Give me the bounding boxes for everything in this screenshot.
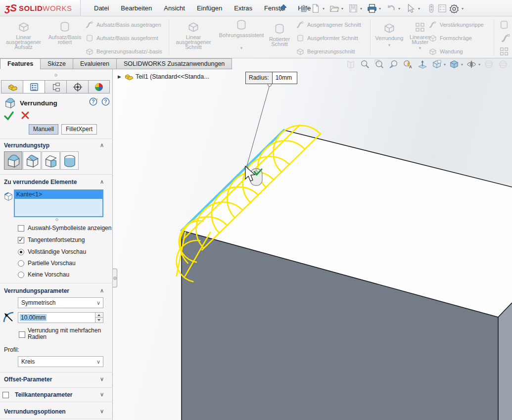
pin-icon[interactable] <box>279 3 287 12</box>
zoom-selection-icon[interactable] <box>403 59 414 69</box>
fillet-type-face-button[interactable] <box>42 151 60 170</box>
partial-preview-radio[interactable] <box>18 260 24 267</box>
apply-scene-icon[interactable] <box>498 59 509 69</box>
mirror-icon[interactable] <box>499 46 510 57</box>
selection-toolbar-checkbox[interactable] <box>18 225 24 232</box>
graphics-viewport[interactable] <box>113 58 512 420</box>
expand-chevron-icon[interactable]: ∨ <box>100 376 104 382</box>
fillet-type-full-round-button[interactable] <box>60 151 79 170</box>
fillet-parameters-header[interactable]: Verrundungsparameter <box>4 287 69 294</box>
edge-selection-listbox[interactable]: Kante<1> <box>14 189 103 217</box>
view-orientation-dropdown[interactable]: ▾ <box>444 62 446 67</box>
ribbon-extruded-boss-button[interactable]: Linear ausgetragener Aufsatz <box>0 20 47 49</box>
tab-propertymanager[interactable] <box>23 80 45 93</box>
fillet-options-header[interactable]: Verrundungsoptionen <box>4 408 66 415</box>
cancel-button[interactable] <box>21 111 30 120</box>
display-style-dropdown[interactable]: ▾ <box>461 62 463 67</box>
ribbon-revolved-cut-button[interactable]: Rotierter Schnitt <box>262 22 297 47</box>
no-preview-radio[interactable] <box>18 272 24 278</box>
full-preview-label[interactable]: Vollständige Vorschau <box>28 248 86 255</box>
tree-item-label[interactable]: Teil1 (Standard<<Standa... <box>136 73 209 80</box>
options-gear-icon[interactable] <box>449 3 459 13</box>
radius-value-selected[interactable]: 10.00mm <box>20 314 47 321</box>
open-file-dropdown[interactable]: ▾ <box>341 6 343 11</box>
home-icon[interactable] <box>299 3 309 13</box>
radius-callout-value[interactable]: 10mm <box>273 72 297 84</box>
ribbon-swept-cut-button[interactable]: Ausgetragener Schnitt <box>296 19 361 30</box>
tab-zusatzanwendungen[interactable]: SOLIDWORKS Zusatzanwendungen <box>116 58 232 69</box>
tab-dimxpertmanager[interactable] <box>66 80 88 93</box>
listbox-resize-dot[interactable] <box>55 218 58 221</box>
tangent-propagation-label[interactable]: Tangentenfortsetzung <box>28 236 85 243</box>
panel-collapse-handle[interactable] <box>113 269 117 287</box>
zoom-fit-icon[interactable] <box>360 59 371 69</box>
filletxpert-mode-button[interactable]: FilletXpert <box>61 124 97 135</box>
manual-mode-button[interactable]: Manuell <box>29 124 58 135</box>
feature-tree-flyout[interactable]: ▶ Teil1 (Standard<<Standa... <box>118 72 209 81</box>
fillet-type-constant-size-button[interactable] <box>4 151 22 170</box>
help-icon[interactable] <box>101 97 110 106</box>
ribbon-revolved-boss-button[interactable]: Aufsatz/Basis rotiert <box>47 20 83 45</box>
tab-skizze[interactable]: Skizze <box>40 58 73 69</box>
expand-chevron-icon[interactable]: ∨ <box>100 391 104 398</box>
tab-evaluieren[interactable]: Evaluieren <box>73 58 116 69</box>
radius-spinner[interactable] <box>95 313 103 323</box>
radius-input[interactable]: 10.00mm <box>18 312 103 323</box>
expand-chevron-icon[interactable]: ∨ <box>100 408 104 415</box>
items-to-fillet-header[interactable]: Zu verrundende Elemente <box>4 179 77 186</box>
radius-callout[interactable]: Radius: 10mm <box>245 72 297 84</box>
hide-show-dropdown[interactable]: ▾ <box>478 62 480 67</box>
spinner-up-icon[interactable] <box>95 313 103 318</box>
print-icon[interactable] <box>367 3 377 13</box>
tab-featuremanager[interactable] <box>1 80 23 93</box>
ribbon-lofted-cut-button[interactable]: Ausgeformter Schnitt <box>296 33 358 44</box>
partial-edge-header[interactable]: Teilkantenparameter <box>15 391 73 398</box>
collapse-chevron-icon[interactable]: ∧ <box>100 179 104 185</box>
menu-einfuegen[interactable]: Einfügen <box>191 4 228 12</box>
menu-extras[interactable]: Extras <box>228 4 258 12</box>
ribbon-fillet-button[interactable]: Verrundung ▾ <box>372 21 407 47</box>
tangent-propagation-checkbox[interactable]: ✓ <box>18 237 24 243</box>
tab-configurationmanager[interactable] <box>45 80 66 93</box>
ribbon-extruded-cut-button[interactable]: Linear ausgetragener Schnitt <box>171 20 216 49</box>
normal-to-icon[interactable] <box>417 59 428 69</box>
task-pane-icon[interactable] <box>437 3 447 13</box>
ribbon-shell-button[interactable]: Wandung <box>428 46 463 57</box>
print-dropdown[interactable]: ▾ <box>379 6 381 11</box>
view-orientation-icon[interactable] <box>431 59 442 69</box>
symmetry-dropdown[interactable]: Symmetrisch ∨ <box>18 297 103 308</box>
whats-new-help-icon[interactable]: ★ <box>89 97 97 106</box>
ribbon-boundary-cut-button[interactable]: Begrenzungsschnitt <box>296 46 355 57</box>
new-file-icon[interactable] <box>311 3 321 13</box>
edit-appearance-icon[interactable] <box>483 59 494 69</box>
setback-parameters-header[interactable]: Offset-Parameter <box>4 376 52 383</box>
multiple-radius-label[interactable]: Verrundung mit mehrfachen Radien <box>28 327 107 340</box>
wrap-icon[interactable] <box>499 19 510 30</box>
partial-edge-checkbox[interactable] <box>2 392 9 398</box>
hide-show-items-icon[interactable] <box>466 59 477 69</box>
select-dropdown[interactable]: ▾ <box>418 6 420 11</box>
display-style-icon[interactable] <box>449 59 460 69</box>
profile-dropdown[interactable]: Kreis ∨ <box>18 356 103 367</box>
tab-features[interactable]: Features <box>0 58 40 69</box>
collapse-chevron-icon[interactable]: ∧ <box>100 287 104 294</box>
selection-capsule-icon[interactable] <box>426 3 436 13</box>
spinner-down-icon[interactable] <box>95 318 103 323</box>
open-file-icon[interactable] <box>329 3 339 13</box>
ok-button[interactable] <box>4 111 14 121</box>
ribbon-draft-button[interactable]: Formschräge <box>428 33 472 44</box>
ribbon-swept-boss-button[interactable]: Aufsatz/Basis ausgetragen <box>85 19 161 30</box>
fillet-type-variable-size-button[interactable] <box>23 151 41 170</box>
partial-preview-label[interactable]: Partielle Vorschau <box>28 260 76 267</box>
menu-bearbeiten[interactable]: Bearbeiten <box>115 4 158 12</box>
multiple-radius-checkbox[interactable] <box>19 331 25 338</box>
ribbon-lofted-boss-button[interactable]: Aufsatz/Basis ausgeformt <box>85 33 158 44</box>
selection-toolbar-label[interactable]: Auswahl-Symbolleiste anzeigen <box>28 225 111 232</box>
ribbon-hole-wizard-button[interactable]: Bohrungsassistent ▾ <box>217 18 266 50</box>
options-dropdown[interactable]: ▾ <box>462 6 464 11</box>
tree-expand-arrow-icon[interactable]: ▶ <box>118 74 121 79</box>
hole-wizard-dropdown[interactable]: ▾ <box>217 46 266 50</box>
fillet-dropdown[interactable]: ▾ <box>372 43 407 47</box>
panel-splitter-dot[interactable] <box>54 74 57 77</box>
previous-view-icon[interactable] <box>388 59 399 69</box>
